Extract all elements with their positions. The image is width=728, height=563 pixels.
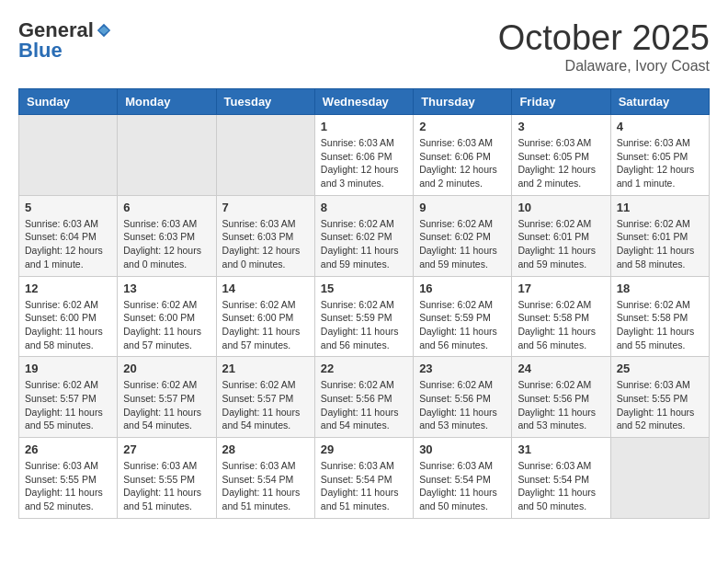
calendar-cell: 29Sunrise: 6:03 AM Sunset: 5:54 PM Dayli… [314, 438, 413, 519]
day-info: Sunrise: 6:02 AM Sunset: 5:57 PM Dayligh… [222, 378, 309, 432]
calendar-cell: 22Sunrise: 6:02 AM Sunset: 5:56 PM Dayli… [314, 357, 413, 438]
day-number: 29 [321, 442, 407, 456]
day-number: 28 [222, 442, 309, 456]
calendar-cell [118, 115, 216, 196]
calendar-cell: 30Sunrise: 6:03 AM Sunset: 5:54 PM Dayli… [414, 438, 512, 519]
calendar-cell [610, 438, 709, 519]
calendar-cell: 23Sunrise: 6:02 AM Sunset: 5:56 PM Dayli… [414, 357, 512, 438]
day-number: 23 [419, 362, 506, 375]
calendar-cell [216, 115, 314, 196]
day-info: Sunrise: 6:02 AM Sunset: 6:00 PM Dayligh… [222, 298, 309, 352]
day-info: Sunrise: 6:03 AM Sunset: 5:54 PM Dayligh… [518, 459, 604, 513]
day-header-monday: Monday [118, 89, 216, 115]
day-info: Sunrise: 6:03 AM Sunset: 6:03 PM Dayligh… [222, 217, 309, 271]
calendar-week-1: 1Sunrise: 6:03 AM Sunset: 6:06 PM Daylig… [19, 115, 710, 196]
day-number: 5 [25, 201, 111, 214]
calendar-header-row: SundayMondayTuesdayWednesdayThursdayFrid… [19, 89, 710, 115]
day-number: 19 [25, 362, 111, 375]
day-number: 22 [321, 362, 407, 375]
day-info: Sunrise: 6:02 AM Sunset: 5:58 PM Dayligh… [518, 298, 604, 352]
calendar-cell: 31Sunrise: 6:03 AM Sunset: 5:54 PM Dayli… [512, 438, 610, 519]
day-info: Sunrise: 6:02 AM Sunset: 6:01 PM Dayligh… [617, 217, 703, 271]
day-info: Sunrise: 6:03 AM Sunset: 5:54 PM Dayligh… [419, 459, 506, 513]
day-number: 3 [518, 120, 604, 133]
calendar-cell: 28Sunrise: 6:03 AM Sunset: 5:54 PM Dayli… [216, 438, 314, 519]
calendar-cell: 1Sunrise: 6:03 AM Sunset: 6:06 PM Daylig… [314, 115, 413, 196]
day-number: 18 [617, 282, 703, 295]
calendar-cell: 24Sunrise: 6:02 AM Sunset: 5:56 PM Dayli… [512, 357, 610, 438]
day-header-wednesday: Wednesday [314, 89, 413, 115]
calendar-cell: 7Sunrise: 6:03 AM Sunset: 6:03 PM Daylig… [216, 195, 314, 276]
day-info: Sunrise: 6:02 AM Sunset: 6:00 PM Dayligh… [25, 298, 111, 352]
calendar-cell: 25Sunrise: 6:03 AM Sunset: 5:55 PM Dayli… [610, 357, 709, 438]
calendar-cell: 16Sunrise: 6:02 AM Sunset: 5:59 PM Dayli… [414, 276, 512, 357]
day-info: Sunrise: 6:02 AM Sunset: 6:02 PM Dayligh… [419, 217, 506, 271]
day-number: 31 [518, 442, 604, 456]
calendar-cell: 3Sunrise: 6:03 AM Sunset: 6:05 PM Daylig… [512, 115, 610, 196]
logo: General Blue [18, 18, 112, 63]
calendar-cell [19, 115, 118, 196]
calendar-week-2: 5Sunrise: 6:03 AM Sunset: 6:04 PM Daylig… [19, 195, 710, 276]
day-number: 21 [222, 362, 309, 375]
day-info: Sunrise: 6:03 AM Sunset: 5:54 PM Dayligh… [222, 459, 309, 513]
month-title: October 2025 [498, 18, 710, 58]
title-section: October 2025 Dalaware, Ivory Coast [498, 18, 710, 75]
day-number: 13 [123, 282, 210, 295]
day-number: 26 [25, 442, 111, 456]
day-number: 11 [617, 201, 703, 214]
day-header-saturday: Saturday [610, 89, 709, 115]
day-number: 24 [518, 362, 604, 375]
day-info: Sunrise: 6:03 AM Sunset: 5:55 PM Dayligh… [25, 459, 111, 513]
day-info: Sunrise: 6:03 AM Sunset: 6:05 PM Dayligh… [518, 136, 604, 190]
calendar-cell: 2Sunrise: 6:03 AM Sunset: 6:06 PM Daylig… [414, 115, 512, 196]
calendar-cell: 12Sunrise: 6:02 AM Sunset: 6:00 PM Dayli… [19, 276, 118, 357]
day-info: Sunrise: 6:02 AM Sunset: 6:02 PM Dayligh… [321, 217, 407, 271]
calendar-cell: 13Sunrise: 6:02 AM Sunset: 6:00 PM Dayli… [118, 276, 216, 357]
calendar-cell: 5Sunrise: 6:03 AM Sunset: 6:04 PM Daylig… [19, 195, 118, 276]
day-number: 20 [123, 362, 210, 375]
calendar-cell: 4Sunrise: 6:03 AM Sunset: 6:05 PM Daylig… [610, 115, 709, 196]
day-info: Sunrise: 6:03 AM Sunset: 6:05 PM Dayligh… [617, 136, 703, 190]
day-number: 27 [123, 442, 210, 456]
day-number: 30 [419, 442, 506, 456]
day-info: Sunrise: 6:03 AM Sunset: 5:54 PM Dayligh… [321, 459, 407, 513]
calendar-cell: 11Sunrise: 6:02 AM Sunset: 6:01 PM Dayli… [610, 195, 709, 276]
calendar-cell: 21Sunrise: 6:02 AM Sunset: 5:57 PM Dayli… [216, 357, 314, 438]
calendar-cell: 6Sunrise: 6:03 AM Sunset: 6:03 PM Daylig… [118, 195, 216, 276]
logo-blue: Blue [18, 39, 63, 63]
calendar-week-5: 26Sunrise: 6:03 AM Sunset: 5:55 PM Dayli… [19, 438, 710, 519]
day-header-tuesday: Tuesday [216, 89, 314, 115]
day-info: Sunrise: 6:03 AM Sunset: 5:55 PM Dayligh… [617, 378, 703, 432]
day-info: Sunrise: 6:02 AM Sunset: 5:57 PM Dayligh… [25, 378, 111, 432]
day-number: 9 [419, 201, 506, 214]
day-number: 16 [419, 282, 506, 295]
calendar-cell: 10Sunrise: 6:02 AM Sunset: 6:01 PM Dayli… [512, 195, 610, 276]
day-header-friday: Friday [512, 89, 610, 115]
day-number: 6 [123, 201, 210, 214]
day-number: 25 [617, 362, 703, 375]
calendar-cell: 19Sunrise: 6:02 AM Sunset: 5:57 PM Dayli… [19, 357, 118, 438]
day-info: Sunrise: 6:02 AM Sunset: 5:56 PM Dayligh… [518, 378, 604, 432]
calendar-cell: 26Sunrise: 6:03 AM Sunset: 5:55 PM Dayli… [19, 438, 118, 519]
day-info: Sunrise: 6:03 AM Sunset: 6:06 PM Dayligh… [321, 136, 407, 190]
day-number: 15 [321, 282, 407, 295]
location: Dalaware, Ivory Coast [498, 58, 710, 75]
calendar-cell: 14Sunrise: 6:02 AM Sunset: 6:00 PM Dayli… [216, 276, 314, 357]
calendar-cell: 15Sunrise: 6:02 AM Sunset: 5:59 PM Dayli… [314, 276, 413, 357]
calendar-cell: 9Sunrise: 6:02 AM Sunset: 6:02 PM Daylig… [414, 195, 512, 276]
page-header: General Blue October 2025 Dalaware, Ivor… [18, 18, 710, 75]
calendar-week-4: 19Sunrise: 6:02 AM Sunset: 5:57 PM Dayli… [19, 357, 710, 438]
day-number: 1 [321, 120, 407, 133]
day-info: Sunrise: 6:02 AM Sunset: 5:56 PM Dayligh… [321, 378, 407, 432]
day-info: Sunrise: 6:02 AM Sunset: 5:56 PM Dayligh… [419, 378, 506, 432]
calendar-table: SundayMondayTuesdayWednesdayThursdayFrid… [18, 88, 710, 519]
day-header-sunday: Sunday [19, 89, 118, 115]
day-number: 17 [518, 282, 604, 295]
calendar-week-3: 12Sunrise: 6:02 AM Sunset: 6:00 PM Dayli… [19, 276, 710, 357]
day-info: Sunrise: 6:03 AM Sunset: 6:04 PM Dayligh… [25, 217, 111, 271]
day-info: Sunrise: 6:02 AM Sunset: 5:59 PM Dayligh… [321, 298, 407, 352]
logo-icon [96, 22, 112, 39]
day-info: Sunrise: 6:03 AM Sunset: 6:06 PM Dayligh… [419, 136, 506, 190]
day-info: Sunrise: 6:02 AM Sunset: 6:01 PM Dayligh… [518, 217, 604, 271]
calendar-cell: 27Sunrise: 6:03 AM Sunset: 5:55 PM Dayli… [118, 438, 216, 519]
